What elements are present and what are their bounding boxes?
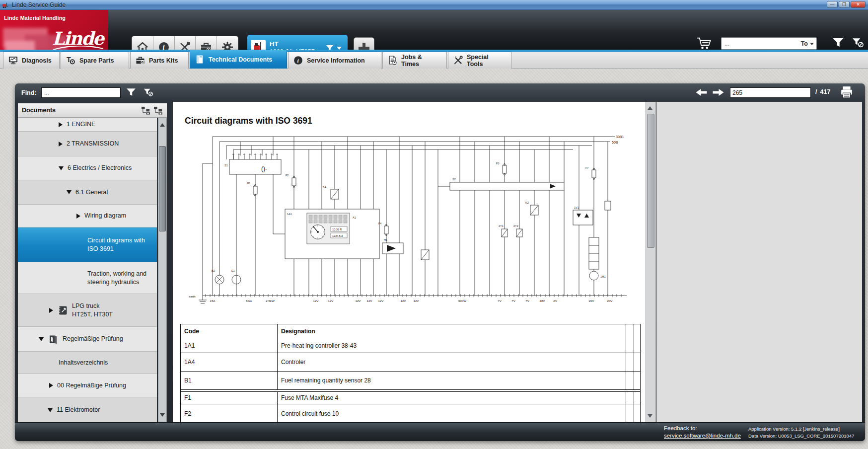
- feedback-email-link[interactable]: service.software@linde-mh.de: [664, 432, 741, 440]
- collapse-tree-icon[interactable]: [141, 106, 150, 115]
- chevron-down-icon[interactable]: [67, 190, 72, 194]
- documents-panel-header: Documents: [18, 103, 167, 118]
- tab-label: Technical Documents: [209, 56, 272, 63]
- tree-item-regelmäßige-prüfung[interactable]: Regelmäßige Prüfung: [18, 327, 157, 352]
- filter-button[interactable]: [832, 37, 844, 49]
- svg-text:K1: K1: [323, 185, 326, 188]
- empty-cell: [634, 338, 640, 353]
- sidebar-scroll-thumb[interactable]: [159, 146, 166, 231]
- tree-item-lpg-truck[interactable]: LPG truckHT25T, HT30T: [18, 294, 157, 327]
- table-row: F2Control circuit fuse 10: [181, 404, 640, 422]
- documents-title: Documents: [22, 107, 56, 114]
- svg-text:F7: F7: [585, 166, 588, 169]
- header-search-box: To: [721, 37, 817, 50]
- find-filter-icon[interactable]: [126, 88, 136, 97]
- maximize-button[interactable]: ❐: [839, 1, 850, 8]
- svg-text:1A1: 1A1: [287, 213, 292, 216]
- previous-page-button[interactable]: [695, 88, 708, 96]
- designation-cell: Pre-heat ing controller 38-43: [278, 338, 626, 353]
- tab-jobs-times[interactable]: Jobs & Times: [382, 52, 447, 69]
- designation-cell: Fuse MTA Maxifuse 4: [278, 392, 626, 404]
- tree-item-label: Regelmäßige Prüfung: [63, 335, 123, 343]
- chevron-right-icon[interactable]: [49, 308, 53, 313]
- tab-diagnosis[interactable]: Diagnosis: [3, 52, 60, 69]
- jobs-times-icon: [388, 56, 397, 65]
- svg-text:7V: 7V: [525, 299, 529, 302]
- find-filter-clear-icon[interactable]: [144, 88, 153, 97]
- code-cell: F1: [181, 392, 278, 404]
- tab-label: Parts Kits: [149, 57, 178, 64]
- tab-technical-documents[interactable]: Technical Documents: [190, 50, 287, 69]
- document-scroll-thumb[interactable]: [647, 114, 654, 248]
- tree-item-label: LPG truck: [72, 302, 113, 310]
- close-button[interactable]: ✕: [851, 1, 866, 8]
- scroll-down-icon[interactable]: [160, 413, 165, 419]
- empty-cell: [626, 353, 634, 371]
- scroll-up-icon[interactable]: [648, 104, 652, 110]
- search-dropdown-icon[interactable]: [810, 43, 814, 47]
- svg-text:2Y2: 2Y2: [513, 224, 518, 227]
- sidebar-scrollbar[interactable]: [158, 118, 167, 422]
- table-row: 1A1Pre-heat ing controller 38-43: [181, 338, 640, 353]
- service-manual-icon: [57, 305, 68, 315]
- content-panel: Find: / 417 Documents 1 ENGINE2 TRANSMIS…: [15, 83, 865, 441]
- tab-parts-kits[interactable]: Parts Kits: [130, 52, 189, 69]
- feedback-label: Feedback to:: [664, 425, 741, 432]
- tree-item-circuit-diagrams-with-iso-3691[interactable]: Circuit diagrams with ISO 3691: [18, 227, 157, 262]
- minimize-button[interactable]: —: [827, 1, 838, 8]
- tab-label: Service Information: [307, 57, 365, 64]
- scroll-up-icon[interactable]: [160, 121, 165, 127]
- svg-text:1M1: 1M1: [600, 275, 606, 278]
- find-input[interactable]: [41, 87, 121, 98]
- svg-text:60m: 60m: [246, 299, 252, 302]
- tree-item-11-elektromotor[interactable]: 11 Elektromotor: [18, 397, 157, 422]
- svg-text:12V: 12V: [366, 299, 372, 302]
- empty-cell: [626, 372, 634, 389]
- expand-tree-icon[interactable]: [153, 106, 163, 115]
- tree-item-6-1-general[interactable]: 6.1 General: [18, 180, 157, 205]
- page-number-input[interactable]: [730, 87, 811, 98]
- tree-item-label: 6.1 General: [75, 188, 108, 196]
- tree-item-sublabel: HT25T, HT30T: [72, 310, 113, 318]
- search-input[interactable]: [722, 40, 801, 47]
- app-version: Application Version: 5.1.2 [Jenkins_rele…: [748, 426, 854, 433]
- spare-parts-icon: T: [66, 56, 75, 65]
- tab-special-tools[interactable]: Special Tools: [448, 52, 511, 69]
- service-information-icon: i: [293, 56, 303, 65]
- svg-text:30B1: 30B1: [616, 135, 624, 139]
- filter-clear-button[interactable]: [852, 37, 864, 49]
- tree-item-00-regelmäßige-prüfung[interactable]: 00 Regelmäßige Prüfung: [18, 374, 157, 397]
- cart-button[interactable]: [697, 37, 712, 50]
- tab-label: Jobs & Times: [401, 54, 441, 68]
- tree-item-label: Inhaltsverzeichnis: [59, 359, 108, 367]
- tree-item-inhaltsverzeichnis[interactable]: Inhaltsverzeichnis: [18, 352, 157, 374]
- tree-item-traction-working-and-steering-hydraulics[interactable]: Traction, working and steering hydraulic…: [18, 262, 157, 294]
- find-label: Find:: [21, 89, 37, 96]
- tree-item-1-engine[interactable]: 1 ENGINE: [18, 118, 157, 132]
- next-page-button[interactable]: [712, 88, 724, 96]
- chevron-right-icon[interactable]: [76, 214, 80, 219]
- linde-brand-block: Linde Material Handling Linde: [0, 10, 108, 52]
- special-tools-icon: [453, 56, 463, 65]
- tab-service-information[interactable]: iService Information: [288, 52, 381, 69]
- svg-text:12V: 12V: [378, 299, 384, 302]
- code-designation-table: CodeDesignation1A1Pre-heat ing controlle…: [180, 324, 641, 422]
- svg-text:S2: S2: [452, 178, 456, 181]
- tree-item-2-transmission[interactable]: 2 TRANSMISSION: [18, 132, 157, 156]
- search-go-button[interactable]: To: [801, 40, 808, 47]
- tree-item-6-electrics-electronics[interactable]: 6 Electrics / Electronics: [18, 156, 157, 180]
- chevron-down-icon[interactable]: [59, 166, 64, 170]
- chevron-right-icon[interactable]: [49, 383, 53, 388]
- svg-text:earth: earth: [189, 295, 196, 298]
- scroll-down-icon[interactable]: [648, 414, 652, 420]
- designation-cell: Control circuit fuse 10: [278, 404, 626, 422]
- chevron-right-icon[interactable]: [59, 142, 63, 147]
- chevron-down-icon[interactable]: [39, 337, 44, 341]
- tree-item-wiring-diagram[interactable]: Wiring diagram: [18, 205, 157, 227]
- service-manual-icon: [57, 305, 68, 315]
- chevron-down-icon[interactable]: [48, 408, 53, 412]
- print-button[interactable]: [840, 86, 853, 98]
- chevron-right-icon[interactable]: [59, 122, 63, 127]
- document-scrollbar[interactable]: [646, 102, 656, 422]
- tab-spare-parts[interactable]: TSpare Parts: [61, 52, 129, 69]
